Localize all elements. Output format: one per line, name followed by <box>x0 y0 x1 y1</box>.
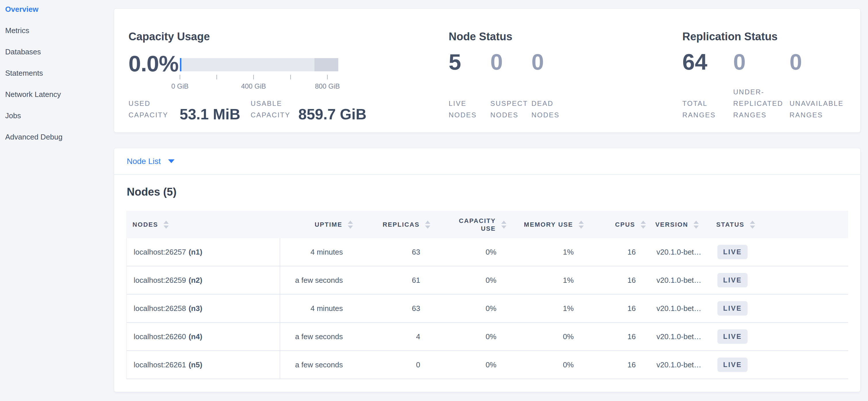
sidebar-item-databases[interactable]: Databases <box>5 46 108 67</box>
column-header-uptime[interactable]: UPTIME <box>280 211 356 238</box>
node-address-cell[interactable]: localhost:26259 (n2) <box>127 266 280 294</box>
status-badge: LIVE <box>717 273 748 287</box>
node-list-header: Node List <box>114 148 860 175</box>
capacity-use-cell: 0% <box>434 238 510 266</box>
gauge-tick-label: 0 GiB <box>171 82 189 90</box>
node-status-title: Node Status <box>449 30 513 43</box>
sidebar-item-statements[interactable]: Statements <box>5 67 108 89</box>
nodes-table-body: localhost:26257 (n1) 4 minutes 63 0% 1% … <box>126 238 848 379</box>
node-id: (n5) <box>189 361 202 369</box>
gauge-tick <box>253 75 254 79</box>
capacity-gauge-reserved-segment <box>314 58 338 71</box>
node-address: localhost:26257 <box>134 248 186 257</box>
live-nodes-count: 5 <box>449 49 490 75</box>
status-cell: LIVE <box>711 323 848 350</box>
node-address: localhost:26260 <box>134 332 186 341</box>
capacity-used-percent: 0.0% <box>128 51 179 77</box>
sort-icon <box>163 221 169 229</box>
replicas-cell: 63 <box>357 238 434 266</box>
unavailable-ranges-label: UNAVAILABLE RANGES <box>789 98 856 121</box>
sort-icon <box>693 221 700 229</box>
cpus-cell: 16 <box>587 238 650 266</box>
capacity-use-cell: 0% <box>434 351 510 378</box>
dead-nodes-label: DEAD NODES <box>531 98 583 121</box>
sidebar-item-advanced-debug[interactable]: Advanced Debug <box>5 132 108 153</box>
sort-icon <box>500 221 507 229</box>
node-address-cell[interactable]: localhost:26258 (n3) <box>127 294 280 322</box>
table-row-node-2: localhost:26259 (n2) a few seconds 61 0%… <box>127 266 848 294</box>
node-address-cell[interactable]: localhost:26257 (n1) <box>127 238 280 266</box>
replicas-cell: 61 <box>357 266 434 294</box>
node-address-cell[interactable]: localhost:26260 (n4) <box>127 323 280 350</box>
memory-use-cell: 0% <box>510 351 587 378</box>
sort-icon <box>640 221 647 229</box>
memory-use-cell: 1% <box>510 294 587 322</box>
node-id: (n2) <box>189 276 202 285</box>
gauge-tick <box>216 75 217 79</box>
version-cell: v20.1.0-bet… <box>650 266 711 294</box>
replicas-cell: 63 <box>357 294 434 322</box>
usable-capacity-value: 859.7 GiB <box>298 108 367 121</box>
cpus-cell: 16 <box>587 294 650 322</box>
column-header-cpus[interactable]: CPUS <box>587 211 649 238</box>
node-list-card: Node List Nodes (5) NODES UPTIME REPLICA… <box>114 148 861 392</box>
sidebar-item-jobs[interactable]: Jobs <box>5 110 108 132</box>
column-header-replicas[interactable]: REPLICAS <box>356 211 433 238</box>
column-header-nodes[interactable]: NODES <box>126 211 280 238</box>
column-header-label: UPTIME <box>315 221 342 228</box>
dead-nodes-count: 0 <box>531 49 583 75</box>
replication-status-values: 64 0 0 <box>682 49 856 75</box>
sort-icon <box>578 221 585 229</box>
gauge-tick-label: 800 GiB <box>315 82 340 90</box>
capacity-gauge-used-segment <box>180 58 181 71</box>
sidebar-item-metrics[interactable]: Metrics <box>5 25 108 46</box>
usable-capacity-label: USABLE CAPACITY <box>251 98 294 121</box>
table-row-node-4: localhost:26260 (n4) a few seconds 4 0% … <box>127 323 848 351</box>
capacity-usage-title: Capacity Usage <box>128 30 210 43</box>
memory-use-cell: 1% <box>510 238 587 266</box>
node-id: (n4) <box>189 332 202 341</box>
table-row-node-1: localhost:26257 (n1) 4 minutes 63 0% 1% … <box>127 238 848 266</box>
live-nodes-label: LIVE NODES <box>449 98 490 121</box>
used-capacity-label: USED CAPACITY <box>128 98 176 121</box>
column-header-label: CAPACITY USE <box>457 217 496 232</box>
total-ranges-label: TOTAL RANGES <box>682 98 733 121</box>
node-address: localhost:26258 <box>134 304 186 313</box>
sidebar-item-overview[interactable]: Overview <box>5 4 108 25</box>
capacity-gauge: 0 GiB 400 GiB 800 GiB <box>180 58 338 71</box>
column-header-label: VERSION <box>655 221 688 228</box>
nodes-table: NODES UPTIME REPLICAS CAPACITY USE MEMOR… <box>126 211 848 379</box>
under-replicated-ranges-count: 0 <box>733 49 789 75</box>
nodes-table-header: NODES UPTIME REPLICAS CAPACITY USE MEMOR… <box>126 211 848 238</box>
column-header-version[interactable]: VERSION <box>649 211 710 238</box>
sort-icon <box>424 221 431 229</box>
cpus-cell: 16 <box>587 323 650 350</box>
column-header-label: REPLICAS <box>382 221 420 228</box>
node-list-dropdown-label: Node List <box>127 157 161 166</box>
cockroachdb-admin-overview-page: { "colors": { "accent_blue": "#2d7cf6", … <box>0 0 868 401</box>
cpus-cell: 16 <box>587 266 650 294</box>
sidebar-nav: Overview Metrics Databases Statements Ne… <box>5 4 108 153</box>
uptime-cell: 4 minutes <box>280 238 357 266</box>
table-row-node-3: localhost:26258 (n3) 4 minutes 63 0% 1% … <box>127 294 848 323</box>
gauge-tick <box>290 75 291 79</box>
replication-status-title: Replication Status <box>682 30 778 43</box>
capacity-use-cell: 0% <box>434 266 510 294</box>
node-list-dropdown[interactable]: Node List <box>127 157 175 166</box>
column-header-status[interactable]: STATUS <box>710 211 848 238</box>
status-cell: LIVE <box>711 351 848 378</box>
sort-icon <box>749 221 756 229</box>
node-address: localhost:26259 <box>134 276 186 285</box>
version-cell: v20.1.0-bet… <box>650 294 711 322</box>
column-header-memory-use[interactable]: MEMORY USE <box>509 211 587 238</box>
node-address-cell[interactable]: localhost:26261 (n5) <box>127 351 280 378</box>
column-header-capacity-use[interactable]: CAPACITY USE <box>433 211 509 238</box>
column-header-label: CPUS <box>615 221 635 228</box>
node-list-body: Nodes (5) NODES UPTIME REPLICAS CAPACITY… <box>114 175 860 379</box>
column-header-label: MEMORY USE <box>524 221 573 228</box>
sidebar-item-network-latency[interactable]: Network Latency <box>5 89 108 110</box>
version-cell: v20.1.0-bet… <box>650 351 711 378</box>
uptime-cell: a few seconds <box>280 323 357 350</box>
replicas-cell: 0 <box>357 351 434 378</box>
node-status-labels: LIVE NODES SUSPECT NODES DEAD NODES <box>449 98 583 121</box>
